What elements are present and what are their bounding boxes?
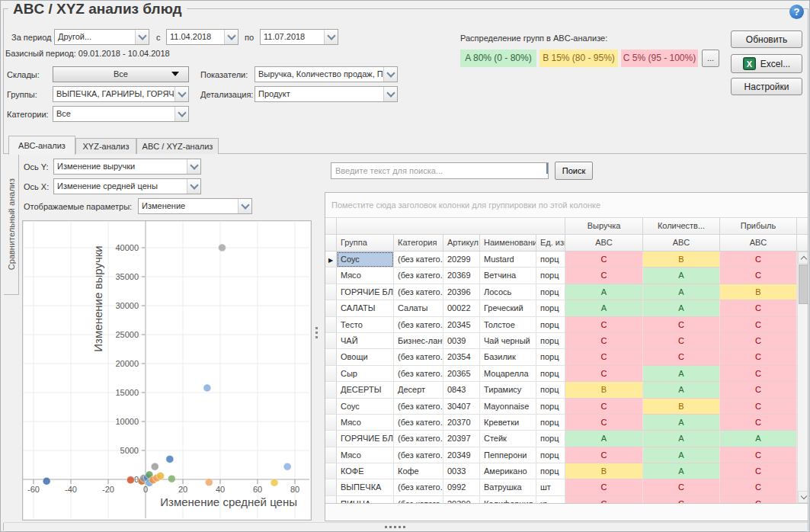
cell-name[interactable]: Mayonnaise [480,399,536,415]
cell-category[interactable]: Кофе [394,463,443,479]
cell-group[interactable]: Соус [337,252,394,268]
cell-abc[interactable]: C [643,333,720,349]
cell-abc[interactable]: A [643,382,720,398]
cell-group[interactable]: Соус [337,399,394,415]
cell-sku[interactable]: 0033 [443,463,480,479]
cell-abc[interactable]: B [643,252,720,268]
cell-abc[interactable]: C [643,349,720,365]
period-select[interactable]: Другой... [54,29,149,45]
cell-abc[interactable]: C [720,300,797,316]
cell-abc[interactable]: A [643,463,720,479]
cell-unit[interactable]: порц [536,349,565,365]
cell-sku[interactable]: 20365 [443,366,480,382]
table-row[interactable]: Сыр(без катего...20365МоцареллапорцCAC [325,366,797,382]
cell-group[interactable]: ПИЦЦА [337,496,394,503]
cell-name[interactable]: Креветки [480,415,536,431]
horizontal-splitter-handle[interactable] [4,522,808,530]
column-header-unit[interactable]: Ед. изм. [536,235,565,252]
cell-group[interactable]: Мясо [337,268,394,284]
cell-unit[interactable]: порц [536,399,565,415]
cell-abc[interactable]: C [565,349,643,365]
table-row[interactable]: ПИЦЦА(без катего...20390КалифорниякгCCC [325,496,797,503]
display-params-select[interactable]: Изменение [138,198,252,214]
cell-sku[interactable]: 00022 [443,300,480,316]
cell-abc[interactable]: C [720,399,797,415]
cell-abc[interactable]: A [643,431,720,447]
cell-category[interactable]: (без катего... [394,252,443,268]
cell-unit[interactable]: порц [536,300,565,316]
cell-unit[interactable]: порц [536,268,565,284]
cell-abc[interactable]: C [720,479,797,495]
cell-sku[interactable]: 30407 [443,399,480,415]
column-header-category[interactable]: Категория [394,235,443,252]
column-group-quantity[interactable]: Количеств... [643,218,720,235]
cell-abc[interactable]: C [565,447,643,463]
cell-abc[interactable]: A [643,447,720,463]
cell-abc[interactable]: A [720,431,797,447]
cell-group[interactable]: ГОРЯЧИЕ БЛ... [337,431,394,447]
cell-unit[interactable]: кг [536,496,565,503]
axis-y-select[interactable]: Изменение выручки [53,159,201,175]
cell-category[interactable]: Десерт [394,382,443,398]
table-row[interactable]: ГОРЯЧИЕ БЛ...(без катего...20397Стейкпор… [325,431,797,447]
date-from-field[interactable]: 11.04.2018 [166,29,239,45]
cell-name[interactable]: Калифорния [480,496,536,503]
column-header-sku[interactable]: Артикул [443,235,480,252]
cell-sku[interactable]: 20396 [443,284,480,300]
cell-sku[interactable]: 20390 [443,496,480,503]
cell-abc[interactable]: C [565,268,643,284]
indicators-select[interactable]: Выручка, Количество продаж, П... [255,66,398,82]
column-group-profit[interactable]: Прибыль [720,218,797,235]
scroll-down-icon[interactable] [798,491,808,503]
cell-category[interactable]: Салаты [394,300,443,316]
cell-abc[interactable]: A [565,284,643,300]
cell-abc[interactable]: C [720,366,797,382]
cell-abc[interactable]: C [720,447,797,463]
column-header-group[interactable]: Группа [337,235,394,252]
cell-unit[interactable]: порц [536,415,565,431]
cell-group[interactable]: ВЫПЕЧКА [337,479,394,495]
cell-abc[interactable]: C [565,252,643,268]
table-row[interactable]: ▶Соус(без катего...20299MustardпорцCBC [325,252,797,268]
settings-button[interactable]: Настройки [731,78,802,95]
cell-abc[interactable]: B [720,284,797,300]
cell-category[interactable]: (без катего... [394,431,443,447]
cell-group[interactable]: САЛАТЫ [337,300,394,316]
table-row[interactable]: Мясо(без катего...20370КреветкипорцCAC [325,415,797,431]
cell-category[interactable]: Бизнес-ланч [394,333,443,349]
cell-name[interactable]: Моцарелла [480,366,536,382]
cell-unit[interactable]: порц [536,317,565,333]
cell-name[interactable]: Американо [480,463,536,479]
tab-abc-analysis[interactable]: АВС-анализ [8,136,75,155]
vertical-scrollbar[interactable] [797,252,808,503]
cell-group[interactable]: Овощи [337,349,394,365]
table-row[interactable]: ДЕСЕРТЫДесерт0843ТирамисупорцBAC [325,382,797,398]
cell-unit[interactable]: порц [536,333,565,349]
cell-abc[interactable]: C [720,317,797,333]
cell-abc[interactable]: C [565,333,643,349]
cell-group[interactable]: ГОРЯЧИЕ БЛ... [337,284,394,300]
cell-abc[interactable]: C [565,399,643,415]
cell-unit[interactable]: порц [536,366,565,382]
column-header-name[interactable]: Наименование [480,235,536,252]
column-header-abc-revenue[interactable]: ABC [565,235,643,252]
cell-name[interactable]: Ветчина [480,268,536,284]
cell-unit[interactable]: порц [536,284,565,300]
cell-unit[interactable]: порц [536,382,565,398]
cell-name[interactable]: Стейк [480,431,536,447]
cell-category[interactable]: (без катего... [394,415,443,431]
axis-x-select[interactable]: Изменение средней цены [53,178,201,194]
refresh-button[interactable]: Обновить [731,30,802,48]
cell-group[interactable]: Мясо [337,447,394,463]
tab-abc-xyz-analysis[interactable]: ABC / XYZ-анализ [136,138,219,154]
cell-sku[interactable]: 0039 [443,333,480,349]
table-row[interactable]: Соус(без катего...30407MayonnaiseпорцCBC [325,399,797,415]
scroll-up-icon[interactable] [798,252,808,264]
cell-unit[interactable]: порц [536,447,565,463]
column-header-abc-quantity[interactable]: ABC [643,235,720,252]
cell-unit[interactable]: шт [536,479,565,495]
cell-sku[interactable]: 20397 [443,431,480,447]
tab-xyz-analysis[interactable]: XYZ-анализ [75,138,136,154]
excel-button[interactable]: X Excel... [731,54,802,73]
cell-abc[interactable]: C [720,349,797,365]
